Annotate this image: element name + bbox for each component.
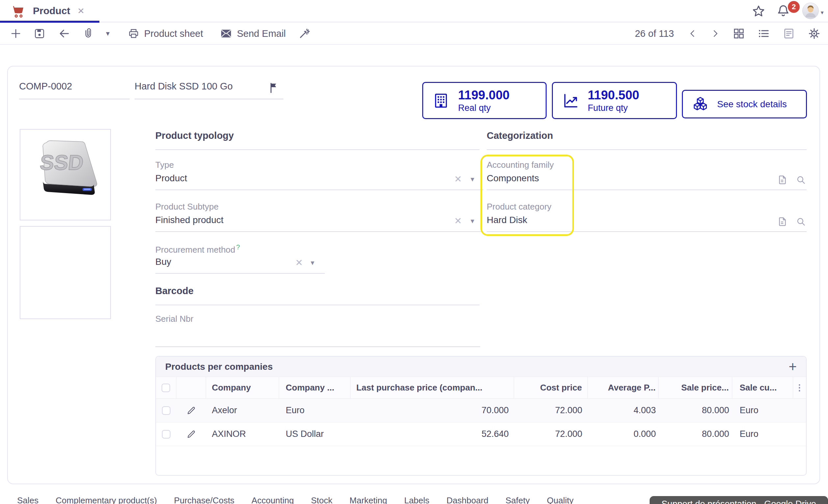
magic-wand-icon[interactable] — [298, 23, 310, 44]
product-sheet-button[interactable]: Product sheet — [128, 23, 203, 44]
product-name-field[interactable]: Hard Disk SSD 100 Go — [135, 81, 283, 99]
column-header-company[interactable]: Company — [206, 377, 279, 398]
search-icon[interactable] — [795, 216, 806, 227]
column-header-average-price[interactable]: Average P... — [588, 377, 659, 398]
edit-pencil-icon[interactable] — [186, 429, 196, 439]
cell-sale-price: 80.000 — [659, 422, 733, 446]
tab-labels[interactable]: Labels — [404, 496, 429, 504]
procurement-clear-icon[interactable]: ✕ — [295, 257, 303, 268]
cell-sale-currency: Euro — [732, 399, 793, 422]
add-line-button[interactable]: + — [788, 360, 797, 373]
panel-title: Products per companies — [165, 362, 273, 372]
procurement-select[interactable]: Buy ✕ ▾ — [155, 257, 325, 274]
type-label: Type — [155, 160, 174, 170]
chart-line-icon — [562, 91, 580, 110]
product-code-value: COMP-0002 — [19, 81, 72, 91]
column-header-sale-currency[interactable]: Sale cu... — [732, 377, 793, 398]
tab-quality[interactable]: Quality — [547, 496, 574, 504]
see-stock-details-button[interactable]: See stock details — [682, 90, 807, 118]
prev-record-button[interactable] — [688, 29, 698, 39]
select-all-checkbox[interactable] — [162, 384, 170, 392]
cell-cost-price: 72.000 — [514, 422, 588, 446]
product-code-field[interactable]: COMP-0002 — [19, 81, 130, 99]
procurement-caret-icon[interactable]: ▾ — [310, 259, 314, 267]
tab-accounting[interactable]: Accounting — [251, 496, 294, 504]
future-qty-label: Future qty — [588, 102, 639, 114]
tab-purchase-costs[interactable]: Purchase/Costs — [174, 496, 235, 504]
future-qty-card[interactable]: 1190.500 Future qty — [552, 82, 677, 119]
accounting-family-label: Accounting family — [487, 160, 554, 170]
user-avatar[interactable] — [802, 3, 819, 19]
serial-field-underline[interactable] — [155, 346, 480, 347]
google-drive-window-bar[interactable]: Support de présentation - Google Drive — [650, 496, 828, 504]
subtype-label: Product Subtype — [155, 202, 218, 212]
tab-stock[interactable]: Stock — [311, 496, 332, 504]
send-email-button[interactable]: Send Email — [220, 23, 286, 44]
product-form-card: COMP-0002 Hard Disk SSD 100 Go 1199.000 — [7, 66, 820, 484]
send-email-label: Send Email — [237, 28, 286, 39]
tab-close-icon[interactable]: × — [78, 0, 84, 21]
edit-pencil-icon[interactable] — [186, 406, 196, 416]
product-category-value: Hard Disk — [487, 215, 527, 225]
save-button[interactable] — [34, 23, 45, 44]
subtype-select[interactable]: Finished product ✕ ▾ — [155, 215, 484, 232]
real-qty-card[interactable]: 1199.000 Real qty — [422, 82, 547, 119]
new-record-button[interactable] — [10, 23, 22, 44]
table-row[interactable]: Axelor Euro 70.000 72.000 4.003 80.000 E… — [156, 399, 806, 422]
cell-cost-price: 72.000 — [514, 399, 588, 422]
form-view-icon[interactable] — [783, 27, 795, 40]
settings-gear-icon[interactable] — [808, 27, 821, 40]
list-view-icon[interactable] — [757, 27, 770, 40]
tab-complementary-products[interactable]: Complementary product(s) — [56, 496, 157, 504]
subtype-clear-icon[interactable]: ✕ — [454, 215, 462, 226]
type-caret-icon[interactable]: ▾ — [470, 175, 474, 183]
flag-icon[interactable] — [268, 82, 280, 94]
favorite-star-icon[interactable] — [752, 4, 765, 18]
product-category-label: Product category — [487, 202, 551, 212]
product-category-field[interactable]: Hard Disk — [487, 215, 806, 232]
secondary-image-placeholder[interactable] — [20, 226, 111, 319]
product-image[interactable]: SSD — [20, 129, 111, 220]
procurement-value: Buy — [155, 257, 171, 267]
see-stock-details-label: See stock details — [717, 99, 787, 110]
type-clear-icon[interactable]: ✕ — [454, 174, 462, 184]
accounting-family-field[interactable]: Components — [487, 173, 806, 190]
next-record-button[interactable] — [710, 29, 720, 39]
row-checkbox[interactable] — [162, 406, 170, 415]
table-row[interactable]: AXINOR US Dollar 52.640 72.000 0.000 80.… — [156, 422, 806, 446]
column-header-cost-price[interactable]: Cost price — [514, 377, 588, 398]
subtype-caret-icon[interactable]: ▾ — [470, 217, 474, 225]
real-qty-value: 1199.000 — [458, 88, 509, 102]
open-record-icon[interactable] — [777, 174, 788, 185]
row-checkbox[interactable] — [162, 430, 170, 438]
type-select[interactable]: Product ✕ ▾ — [155, 173, 484, 190]
tab-safety[interactable]: Safety — [505, 496, 530, 504]
attachment-dropdown-caret[interactable]: ▾ — [106, 23, 110, 44]
barcode-heading-rule — [155, 305, 480, 305]
tab-title[interactable]: Product — [33, 0, 70, 22]
cell-company: AXINOR — [206, 422, 279, 446]
column-menu-kebab-icon[interactable]: ⋮ — [793, 377, 806, 398]
tab-dashboard[interactable]: Dashboard — [447, 496, 488, 504]
typology-heading: Product typology — [155, 130, 234, 141]
product-name-value: Hard Disk SSD 100 Go — [135, 81, 233, 91]
column-header-sale-price[interactable]: Sale price... — [659, 377, 733, 398]
tab-sales[interactable]: Sales — [17, 496, 39, 504]
record-pager: 26 of 113 — [635, 28, 674, 39]
search-icon[interactable] — [795, 174, 806, 185]
cell-company-currency: US Dollar — [279, 422, 350, 446]
future-qty-value: 1190.500 — [588, 88, 639, 102]
back-button[interactable] — [58, 23, 71, 44]
column-header-company-currency[interactable]: Company ... — [279, 377, 350, 398]
column-header-last-purchase-price[interactable]: Last purchase price (compan... — [350, 377, 514, 398]
grid-view-icon[interactable] — [733, 27, 745, 40]
toolbar-divider — [0, 44, 828, 45]
cell-sale-price: 80.000 — [659, 399, 733, 422]
help-icon[interactable]: ? — [236, 244, 240, 251]
avatar-menu-caret-icon[interactable]: ▾ — [821, 9, 824, 16]
cell-sale-currency: Euro — [732, 422, 793, 446]
tab-marketing[interactable]: Marketing — [349, 496, 387, 504]
open-record-icon[interactable] — [777, 216, 788, 227]
cubes-icon — [692, 95, 709, 113]
attachment-button[interactable] — [82, 23, 94, 44]
